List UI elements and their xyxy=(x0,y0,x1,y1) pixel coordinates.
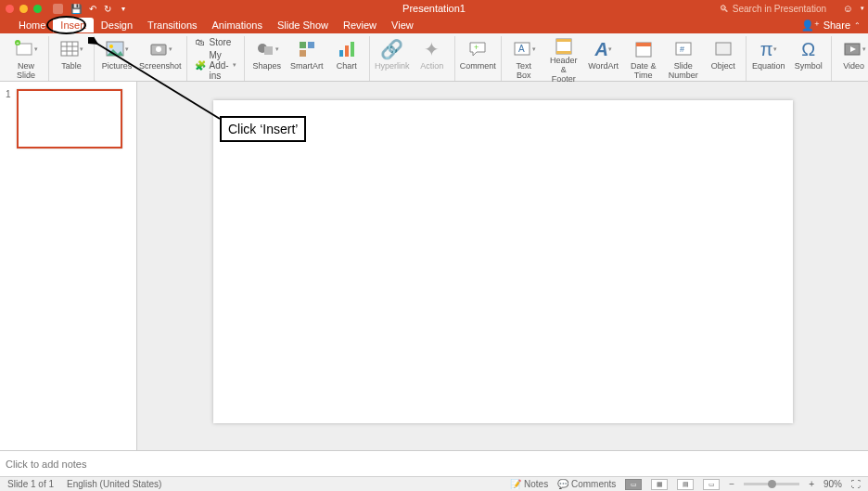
addins-icon: 🧩 xyxy=(195,59,206,71)
tab-slideshow[interactable]: Slide Show xyxy=(270,18,336,32)
tab-animations[interactable]: Animations xyxy=(205,18,270,32)
smartart-icon xyxy=(297,39,317,59)
svg-rect-24 xyxy=(556,39,571,42)
svg-rect-13 xyxy=(264,46,273,55)
zoom-window-button[interactable] xyxy=(33,5,42,13)
svg-text:+: + xyxy=(474,43,479,52)
notes-pane[interactable]: Click to add notes xyxy=(0,450,868,476)
zoom-in-button[interactable]: + xyxy=(809,479,814,489)
zoom-out-button[interactable]: − xyxy=(729,479,734,489)
smartart-button[interactable]: SmartArt xyxy=(289,36,325,81)
action-icon: ✦ xyxy=(424,36,440,62)
symbol-button[interactable]: Ω Symbol xyxy=(791,36,826,81)
store-icon: 🛍 xyxy=(195,37,206,48)
collapse-ribbon-icon[interactable]: ⌃ xyxy=(854,21,861,30)
svg-text:+: + xyxy=(16,40,19,45)
thumbnail-preview[interactable] xyxy=(17,89,122,149)
svg-point-9 xyxy=(109,45,113,48)
slideshow-view-button[interactable]: ▭ xyxy=(703,479,720,490)
search-placeholder: Search in Presentation xyxy=(733,4,826,14)
date-time-icon xyxy=(633,39,654,59)
comments-toggle[interactable]: 💬 Comments xyxy=(557,479,616,489)
share-label: Share xyxy=(823,19,850,31)
slide-1[interactable] xyxy=(213,100,793,423)
slide-thumbnail-panel[interactable]: 1 xyxy=(0,82,137,450)
reading-view-button[interactable]: ▤ xyxy=(677,479,694,490)
undo-icon[interactable]: ↶ xyxy=(89,4,96,14)
svg-rect-25 xyxy=(556,51,571,54)
zoom-slider[interactable] xyxy=(744,483,799,485)
svg-rect-27 xyxy=(636,43,651,46)
svg-rect-30 xyxy=(716,43,731,55)
minimize-window-button[interactable] xyxy=(19,5,28,13)
video-button[interactable]: ▾ Video xyxy=(836,36,868,81)
slide-count[interactable]: Slide 1 of 1 xyxy=(7,479,54,489)
tab-insert[interactable]: Insert xyxy=(53,18,94,32)
status-bar: Slide 1 of 1 English (United States) 📝 N… xyxy=(0,476,868,491)
text-box-button[interactable]: A▾ TextBox xyxy=(506,36,542,81)
video-icon xyxy=(842,39,862,59)
svg-rect-18 xyxy=(345,45,349,57)
new-slide-icon: + xyxy=(14,39,34,59)
qa-dropdown-icon[interactable]: ▾ xyxy=(121,5,125,13)
share-user-icon: 👤⁺ xyxy=(801,19,820,32)
save-icon[interactable]: 💾 xyxy=(70,4,82,14)
sorter-view-button[interactable]: ▦ xyxy=(651,479,668,490)
close-window-button[interactable] xyxy=(6,5,14,13)
hyperlink-icon: 🔗 xyxy=(380,36,403,62)
shapes-button[interactable]: ▾ Shapes xyxy=(249,36,285,81)
svg-rect-16 xyxy=(300,50,306,57)
svg-rect-14 xyxy=(300,42,306,48)
header-footer-icon xyxy=(554,36,574,57)
equation-icon: π xyxy=(760,39,773,60)
symbol-icon: Ω xyxy=(801,39,815,60)
pictures-button[interactable]: ▾ Pictures xyxy=(99,36,134,81)
annotation-callout: Click ‘Insert’ xyxy=(220,116,306,142)
tab-design[interactable]: Design xyxy=(94,18,140,32)
new-slide-button[interactable]: +▾ NewSlide xyxy=(8,36,44,81)
svg-rect-15 xyxy=(308,42,314,48)
slide-number-icon: # xyxy=(673,39,694,59)
header-footer-button[interactable]: Header &Footer xyxy=(546,36,581,81)
thumbnail-1[interactable]: 1 xyxy=(6,89,131,149)
store-button[interactable]: 🛍 Store xyxy=(195,37,236,48)
pictures-icon xyxy=(105,39,125,59)
search-presentation[interactable]: 🔍︎ Search in Presentation xyxy=(720,4,826,14)
fit-to-window-button[interactable]: ⛶ xyxy=(851,479,861,489)
screenshot-button[interactable]: ▾ Screenshot xyxy=(139,36,182,81)
comment-button[interactable]: + Comment xyxy=(460,36,496,81)
language-status[interactable]: English (United States) xyxy=(67,479,161,489)
ribbon-insert: +▾ NewSlide ▾ Table ▾ Pictures ▾ Screens… xyxy=(0,33,868,82)
shapes-icon xyxy=(255,39,275,59)
object-button[interactable]: Object xyxy=(706,36,741,81)
equation-button[interactable]: π▾ Equation xyxy=(751,36,786,81)
action-button[interactable]: ✦ Action xyxy=(415,36,450,81)
notes-toggle[interactable]: 📝 Notes xyxy=(510,479,548,489)
share-button[interactable]: 👤⁺ Share ⌃ xyxy=(801,19,861,32)
account-icon[interactable]: ☺ xyxy=(843,3,853,14)
redo-icon[interactable]: ↻ xyxy=(104,4,111,14)
svg-point-11 xyxy=(156,46,161,52)
my-addins-button[interactable]: 🧩 My Add-ins ▾ xyxy=(195,50,236,81)
hyperlink-button[interactable]: 🔗 Hyperlink xyxy=(375,36,410,81)
table-button[interactable]: ▾ Table xyxy=(54,36,89,81)
wordart-button[interactable]: A▾ WordArt xyxy=(586,36,621,81)
quick-access-toolbar: 💾 ↶ ↻ ▾ xyxy=(53,4,125,14)
svg-rect-17 xyxy=(339,50,343,57)
tab-view[interactable]: View xyxy=(384,18,421,32)
app-icon xyxy=(53,4,63,14)
tab-transitions[interactable]: Transitions xyxy=(140,18,204,32)
tab-review[interactable]: Review xyxy=(336,18,384,32)
wordart-icon: A xyxy=(594,39,607,60)
account-dropdown-icon[interactable]: ▾ xyxy=(861,5,864,12)
slide-number-button[interactable]: # SlideNumber xyxy=(666,36,701,81)
normal-view-button[interactable]: ▭ xyxy=(625,479,642,490)
tab-home[interactable]: Home xyxy=(11,18,53,32)
search-icon: 🔍︎ xyxy=(720,4,729,14)
zoom-level[interactable]: 90% xyxy=(823,479,842,489)
main-area: 1 xyxy=(0,82,868,450)
date-time-button[interactable]: Date &Time xyxy=(626,36,661,81)
chart-button[interactable]: Chart xyxy=(329,36,364,81)
svg-rect-3 xyxy=(61,42,78,56)
window-controls xyxy=(6,5,42,13)
